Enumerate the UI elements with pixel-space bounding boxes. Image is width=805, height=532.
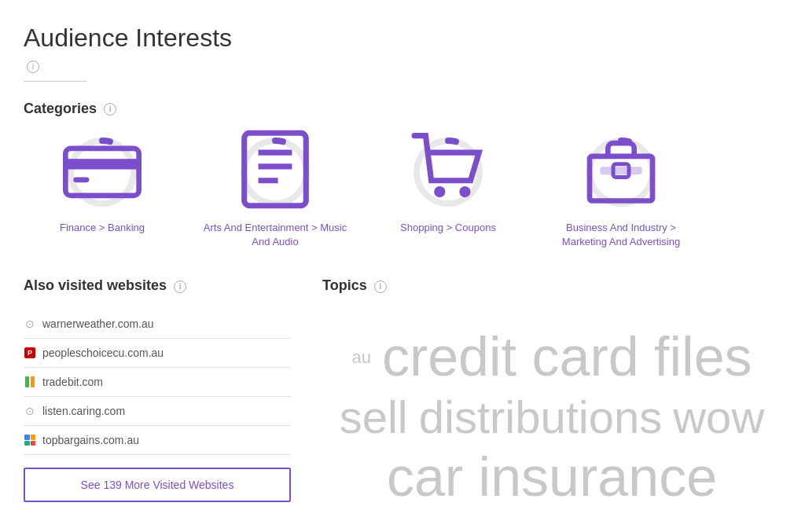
svg-rect-3 <box>65 159 138 169</box>
favicon-listencaring: ⊙ <box>24 405 36 417</box>
category-item-arts: Arts And Entertainment > Music And Audio <box>197 133 354 249</box>
category-item-shopping: Shopping > Coupons <box>369 133 527 249</box>
categories-label: Categories i <box>24 101 781 117</box>
categories-section: Categories i Finance > Banking <box>24 101 781 249</box>
svg-point-14 <box>459 186 470 197</box>
left-column: Also visited websites i ⊙ warnerweather.… <box>24 277 291 530</box>
category-label-arts: Arts And Entertainment > Music And Audio <box>197 221 354 249</box>
wc-word-au: au <box>351 348 370 367</box>
svg-point-13 <box>434 186 445 197</box>
svg-rect-4 <box>73 178 89 183</box>
list-item: tradebit.com <box>24 368 291 397</box>
business-icon <box>582 130 660 215</box>
categories-info-icon[interactable]: i <box>104 103 116 116</box>
wc-word-wow: wow <box>673 392 764 442</box>
bottom-section: Also visited websites i ⊙ warnerweather.… <box>24 277 781 530</box>
svg-rect-2 <box>65 149 138 196</box>
list-item: topbargains.com.au <box>24 426 291 455</box>
wc-word-creditcardfiles: credit card files <box>382 327 752 387</box>
wc-word-distributions: distributions <box>419 392 662 442</box>
favicon-topbargains <box>24 434 36 446</box>
page-title: Audience Interests <box>24 24 781 53</box>
visited-section: Also visited websites i ⊙ warnerweather.… <box>24 277 291 502</box>
topics-label: Topics i <box>322 277 781 294</box>
category-donut-arts <box>236 133 314 211</box>
wc-line-2: sell distributions wow <box>340 392 765 442</box>
category-item-finance: Finance > Banking <box>24 133 181 249</box>
visited-list: ⊙ warnerweather.com.au P peopleschoicecu… <box>24 310 291 455</box>
see-more-button[interactable]: See 139 More Visited Websites <box>24 468 291 502</box>
wc-word-sell: sell <box>340 392 408 442</box>
favicon-tradebit <box>24 376 36 388</box>
favicon-warnerweather: ⊙ <box>24 317 36 330</box>
wc-line-1: au credit card files <box>351 327 752 387</box>
category-label-finance: Finance > Banking <box>60 221 145 235</box>
topics-info-icon[interactable]: i <box>374 281 387 293</box>
right-column: Topics i au credit card files sell distr… <box>291 277 781 530</box>
page-title-info-icon[interactable]: i <box>27 61 39 73</box>
category-donut-shopping <box>409 133 487 211</box>
wc-line-3: car insurance <box>387 447 717 508</box>
category-item-business: Business And Industry > Marketing And Ad… <box>542 133 700 249</box>
list-item: ⊙ listen.caring.com <box>24 397 291 426</box>
site-name: peopleschoicecu.com.au <box>42 347 164 359</box>
topics-section: Topics i au credit card files sell distr… <box>322 277 781 530</box>
arts-icon <box>236 130 314 215</box>
finance-icon <box>63 130 142 215</box>
shopping-icon <box>409 130 487 215</box>
list-item: ⊙ warnerweather.com.au <box>24 310 291 339</box>
category-label-business: Business And Industry > Marketing And Ad… <box>542 221 700 249</box>
visited-label: Also visited websites i <box>24 277 291 294</box>
list-item: P peopleschoicecu.com.au <box>24 339 291 368</box>
site-name: topbargains.com.au <box>42 434 139 446</box>
wc-word-carinsurance: car insurance <box>387 447 717 508</box>
favicon-peopleschoicecu: P <box>24 347 36 359</box>
category-donut-finance <box>63 133 142 211</box>
site-name: warnerweather.com.au <box>42 317 154 330</box>
svg-rect-18 <box>600 167 641 174</box>
word-cloud: au credit card files sell distributions … <box>322 310 781 530</box>
visited-info-icon[interactable]: i <box>174 281 186 293</box>
category-donut-business <box>582 133 660 211</box>
site-name: tradebit.com <box>42 376 103 388</box>
site-name: listen.caring.com <box>42 405 125 417</box>
category-label-shopping: Shopping > Coupons <box>400 221 496 235</box>
categories-row: Finance > Banking Arts And Enter <box>24 133 781 249</box>
title-divider <box>24 81 86 82</box>
